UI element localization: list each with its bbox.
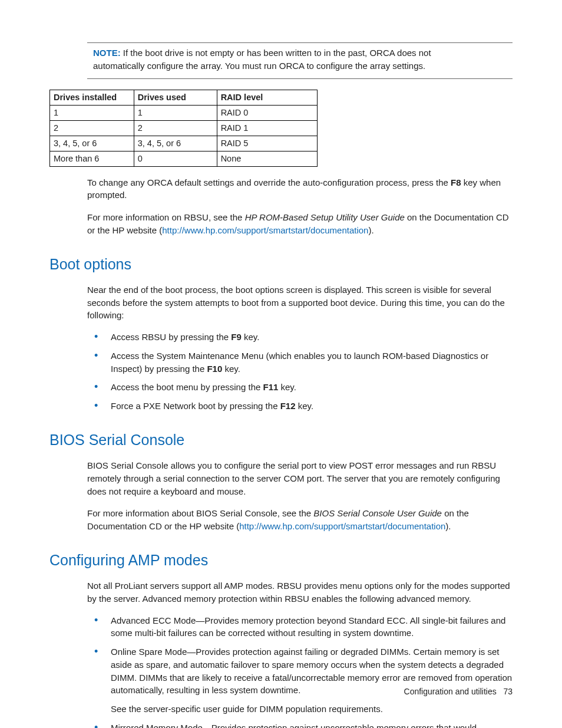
- table-row: 3, 4, 5, or 6 3, 4, 5, or 6 RAID 5: [50, 136, 318, 151]
- heading-boot-options: Boot options: [49, 253, 513, 275]
- text: key.: [278, 382, 296, 392]
- cell: RAID 1: [217, 120, 317, 136]
- guide-title: BIOS Serial Console User Guide: [313, 508, 442, 518]
- th-drives-installed: Drives installed: [50, 90, 134, 105]
- table-row: More than 6 0 None: [50, 151, 318, 166]
- table-header-row: Drives installed Drives used RAID level: [50, 90, 318, 105]
- cell: RAID 0: [217, 105, 317, 120]
- cell: 3, 4, 5, or 6: [50, 136, 134, 151]
- cell: 0: [134, 151, 217, 166]
- list-item: Access the boot menu by pressing the F11…: [87, 381, 513, 394]
- boot-intro: Near the end of the boot process, the bo…: [87, 284, 513, 322]
- list-item: Online Spare Mode—Provides protection ag…: [87, 645, 513, 716]
- text: For more information about BIOS Serial C…: [87, 508, 313, 518]
- cell: 1: [50, 105, 134, 120]
- text: Access RBSU by pressing the: [111, 332, 231, 342]
- note-text: If the boot drive is not empty or has be…: [93, 48, 431, 71]
- bios-p2: For more information about BIOS Serial C…: [87, 507, 513, 533]
- footer-page-number: 73: [503, 687, 513, 696]
- th-drives-used: Drives used: [134, 90, 217, 105]
- amp-modes-list: Advanced ECC Mode—Provides memory protec…: [87, 614, 513, 728]
- text: To change any ORCA default settings and …: [87, 177, 451, 187]
- spare-subnote: See the server-specific user guide for D…: [111, 703, 513, 716]
- heading-configuring-amp-modes: Configuring AMP modes: [49, 549, 513, 571]
- note-label: NOTE:: [93, 48, 121, 58]
- table-row: 2 2 RAID 1: [50, 120, 318, 136]
- text: Access the System Maintenance Menu (whic…: [111, 351, 488, 374]
- list-item: Force a PXE Network boot by pressing the…: [87, 400, 513, 413]
- text: ).: [368, 225, 373, 235]
- list-item: Advanced ECC Mode—Provides memory protec…: [87, 614, 513, 640]
- cell: 2: [134, 120, 217, 136]
- list-item: Mirrored Memory Mode—Provides protection…: [87, 722, 513, 728]
- key-f11: F11: [263, 382, 278, 392]
- text: For more information on RBSU, see the: [87, 212, 245, 222]
- cell: More than 6: [50, 151, 134, 166]
- text: key.: [222, 364, 240, 374]
- key-f10: F10: [207, 364, 222, 374]
- bios-p1: BIOS Serial Console allows you to config…: [87, 459, 513, 498]
- key-f12: F12: [280, 401, 296, 411]
- key-f9: F9: [231, 332, 242, 342]
- footer-section: Configuration and utilities: [404, 687, 497, 696]
- note-box: NOTE: If the boot drive is not empty or …: [87, 42, 513, 79]
- amp-intro: Not all ProLiant servers support all AMP…: [87, 579, 513, 605]
- cell: RAID 5: [217, 136, 317, 151]
- page: NOTE: If the boot drive is not empty or …: [0, 0, 562, 728]
- text: key.: [296, 401, 314, 411]
- guide-title: HP ROM-Based Setup Utility User Guide: [245, 212, 405, 222]
- text: key.: [242, 332, 260, 342]
- list-item: Access RBSU by pressing the F9 key.: [87, 331, 513, 344]
- rbsu-link[interactable]: http://www.hp.com/support/smartstart/doc…: [162, 225, 368, 235]
- heading-bios-serial-console: BIOS Serial Console: [49, 429, 513, 450]
- cell: 2: [50, 120, 134, 136]
- orca-paragraph: To change any ORCA default settings and …: [87, 176, 513, 202]
- page-footer: Configuration and utilities 73: [404, 686, 513, 697]
- table-row: 1 1 RAID 0: [50, 105, 318, 120]
- text: Access the boot menu by pressing the: [111, 382, 263, 392]
- cell: 3, 4, 5, or 6: [134, 136, 217, 151]
- boot-options-list: Access RBSU by pressing the F9 key. Acce…: [87, 331, 513, 413]
- cell: 1: [134, 105, 217, 120]
- list-item: Access the System Maintenance Menu (whic…: [87, 350, 513, 375]
- raid-table: Drives installed Drives used RAID level …: [49, 90, 318, 167]
- key-f8: F8: [451, 177, 461, 187]
- text: ).: [445, 521, 451, 531]
- bios-link[interactable]: http://www.hp.com/support/smartstart/doc…: [239, 521, 445, 531]
- th-raid-level: RAID level: [217, 90, 317, 105]
- cell: None: [217, 151, 317, 166]
- text: Mirrored Memory Mode—Provides protection…: [111, 723, 487, 728]
- text: Advanced ECC Mode—Provides memory protec…: [111, 615, 505, 638]
- rbsu-paragraph: For more information on RBSU, see the HP…: [87, 211, 513, 237]
- text: Force a PXE Network boot by pressing the: [111, 401, 280, 411]
